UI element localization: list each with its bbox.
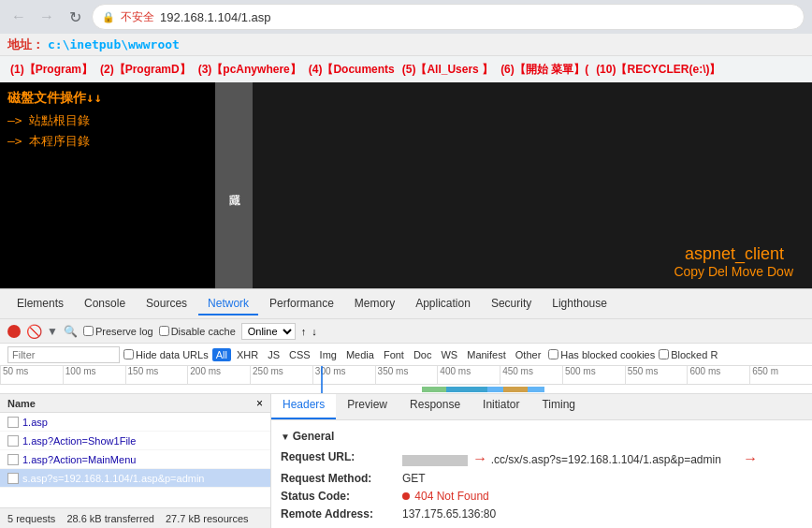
- blocked-r-label[interactable]: Blocked R: [659, 349, 718, 360]
- tab-performance[interactable]: Performance: [260, 293, 343, 315]
- file-item-3[interactable]: 1.asp?Action=MainMenu: [0, 450, 270, 469]
- back-button[interactable]: ←: [7, 6, 30, 28]
- file-list-footer: 5 requests 28.6 kB transferred 27.7 kB r…: [0, 507, 270, 528]
- hide-data-urls-checkbox[interactable]: [123, 349, 134, 359]
- detail-tab-headers[interactable]: Headers: [271, 394, 336, 419]
- tab-security[interactable]: Security: [482, 293, 541, 315]
- tab-memory[interactable]: Memory: [345, 293, 404, 315]
- bookmark-4[interactable]: (4)【Documents: [306, 60, 398, 80]
- file-item-4[interactable]: s.asp?s=192.168.1.104/1.asp&p=admin: [0, 469, 270, 488]
- filter-doc[interactable]: Doc: [410, 348, 436, 361]
- file-item-1[interactable]: 1.asp: [0, 413, 270, 432]
- path-bar: 地址： c:\inetpub\wwwroot: [0, 34, 812, 56]
- url-visible-part: .cc/sx/s.asp?s=192.168.1.104/1.asp&p=adm…: [491, 453, 721, 466]
- transferred-size: 28.6 kB transferred: [66, 513, 154, 524]
- file-name-3: 1.asp?Action=MainMenu: [22, 454, 136, 465]
- devtools-tab-bar: Elements Console Sources Network Perform…: [0, 289, 812, 319]
- detail-tab-timing[interactable]: Timing: [530, 394, 587, 419]
- filter-xhr[interactable]: XHR: [233, 348, 262, 361]
- address-url: 192.168.1.104/1.asp: [160, 10, 271, 24]
- status-code-value: 404 Not Found: [402, 490, 803, 503]
- nav-bar: ← → ↻ 🔒 不安全 192.168.1.104/1.asp: [0, 0, 812, 34]
- filter-font[interactable]: Font: [380, 348, 408, 361]
- remote-address-label: Remote Address:: [281, 507, 402, 521]
- url-hidden-part: [402, 455, 468, 466]
- filter-other[interactable]: Other: [512, 348, 545, 361]
- filter-ws[interactable]: WS: [437, 348, 461, 361]
- filter-all[interactable]: All: [212, 348, 231, 361]
- prog-dir-link[interactable]: —> 本程序目錄: [7, 133, 208, 150]
- file-name-2: 1.asp?Action=Show1File: [22, 435, 136, 447]
- bookmark-7[interactable]: (10)【RECYCLER(e:\)】: [593, 60, 723, 80]
- detail-tab-response[interactable]: Response: [399, 394, 471, 419]
- disable-cache-checkbox[interactable]: [159, 326, 169, 336]
- file-list-header: Name ×: [0, 394, 270, 413]
- filter-media[interactable]: Media: [342, 348, 378, 361]
- timeline-ruler: 50 ms 100 ms 150 ms 200 ms 250 ms 300 ms…: [0, 366, 812, 385]
- bookmark-1[interactable]: (1)【Program】: [7, 60, 95, 80]
- request-url-value: → .cc/sx/s.asp?s=192.168.1.104/1.asp&p=a…: [402, 450, 803, 467]
- security-icon: 🔒: [102, 11, 115, 23]
- throttle-select[interactable]: Online: [241, 323, 296, 340]
- detail-tabs: Headers Preview Response Initiator Timin…: [271, 394, 812, 420]
- security-label: 不安全: [121, 9, 154, 25]
- request-url-label: Request URL:: [281, 450, 402, 463]
- disable-cache-label[interactable]: Disable cache: [159, 326, 236, 337]
- tab-elements[interactable]: Elements: [7, 293, 73, 315]
- preserve-log-label[interactable]: Preserve log: [83, 326, 153, 337]
- has-blocked-checkbox[interactable]: [548, 349, 558, 359]
- has-blocked-label[interactable]: Has blocked cookies: [548, 349, 655, 360]
- filter-js[interactable]: JS: [264, 348, 283, 361]
- file-item-2[interactable]: 1.asp?Action=Show1File: [0, 432, 270, 450]
- arrow-right-icon-2: →: [743, 450, 758, 466]
- tick-500: 500 ms: [562, 366, 625, 384]
- download-icon: ↓: [312, 326, 317, 337]
- file-list-column-name: Name: [7, 398, 36, 409]
- detail-tab-preview[interactable]: Preview: [336, 394, 399, 419]
- tick-650: 650 m: [749, 366, 812, 384]
- forward-button[interactable]: →: [36, 6, 58, 28]
- bookmark-3[interactable]: (3)【pcAnywhere】: [196, 60, 304, 80]
- detail-tab-initiator[interactable]: Initiator: [471, 394, 530, 419]
- filter-input[interactable]: [7, 346, 120, 363]
- devtools: Elements Console Sources Network Perform…: [0, 288, 812, 528]
- preserve-log-checkbox[interactable]: [83, 326, 94, 336]
- blocked-r-checkbox[interactable]: [659, 349, 669, 359]
- filter-css[interactable]: CSS: [285, 348, 314, 361]
- page-area: 磁盤文件操作↓↓ —> 站點根目錄 —> 本程序目錄 隱藏 aspnet_cli…: [0, 82, 812, 288]
- address-bar[interactable]: 🔒 不安全 192.168.1.104/1.asp: [92, 4, 805, 30]
- hide-data-urls-label[interactable]: Hide data URLs: [123, 349, 209, 360]
- clear-button[interactable]: 🚫: [26, 324, 41, 339]
- root-dir-link[interactable]: —> 站點根目錄: [7, 112, 208, 129]
- bookmark-6[interactable]: (6)【開始 菜單】(: [498, 60, 591, 80]
- file-checkbox-4[interactable]: [7, 473, 19, 484]
- hide-button[interactable]: 隱藏: [215, 82, 253, 288]
- tab-sources[interactable]: Sources: [137, 293, 196, 315]
- file-checkbox-3[interactable]: [7, 454, 19, 465]
- filter-type-bar: All XHR JS CSS Img Media Font Doc WS Man…: [212, 348, 545, 361]
- address-path: c:\inetpub\wwwroot: [48, 37, 180, 51]
- remote-address-row: Remote Address: 137.175.65.136:80: [281, 507, 803, 521]
- bookmark-2[interactable]: (2)【ProgramD】: [97, 60, 194, 80]
- tick-350: 350 ms: [375, 366, 438, 384]
- file-list-close[interactable]: ×: [256, 397, 263, 410]
- tab-lighthouse[interactable]: Lighthouse: [543, 293, 616, 315]
- filter-manifest[interactable]: Manifest: [463, 348, 510, 361]
- status-code-row: Status Code: 404 Not Found: [281, 490, 803, 503]
- tab-application[interactable]: Application: [406, 293, 480, 315]
- bookmarks-bar: (1)【Program】 (2)【ProgramD】 (3)【pcAnywher…: [0, 56, 812, 84]
- record-button[interactable]: [7, 325, 21, 338]
- file-checkbox-2[interactable]: [7, 435, 19, 447]
- reload-button[interactable]: ↻: [64, 6, 86, 28]
- filter-img[interactable]: Img: [316, 348, 341, 361]
- request-method-row: Request Method: GET: [281, 472, 803, 485]
- bookmark-5[interactable]: (5)【All_Users 】: [399, 60, 496, 80]
- file-list-items: 1.asp 1.asp?Action=Show1File 1.asp?Actio…: [0, 413, 270, 507]
- tick-50: 50 ms: [0, 366, 63, 384]
- copy-del-row: Copy Del Move Dow: [225, 264, 803, 279]
- tab-console[interactable]: Console: [75, 293, 135, 315]
- file-checkbox-1[interactable]: [7, 417, 19, 428]
- status-code-label: Status Code:: [281, 490, 402, 503]
- tab-network[interactable]: Network: [198, 293, 258, 315]
- aspnet-label: aspnet_client: [225, 244, 803, 264]
